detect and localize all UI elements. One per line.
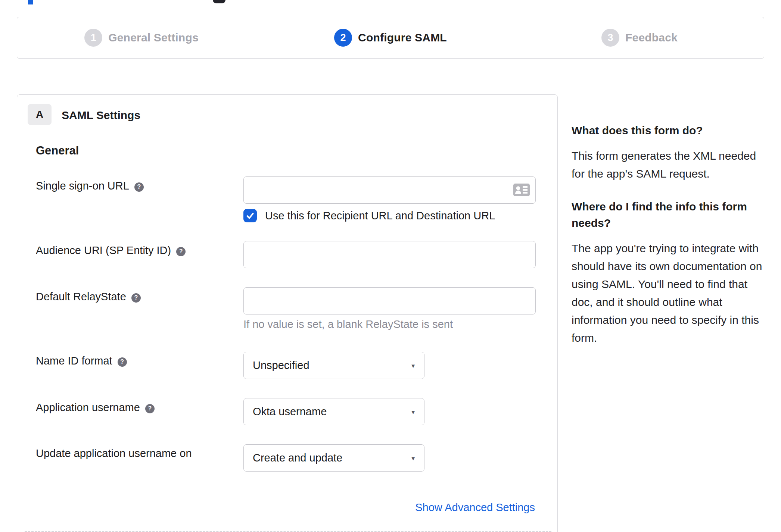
sso-url-input[interactable] (243, 176, 536, 204)
wizard-stepper: 1 General Settings 2 Configure SAML 3 Fe… (17, 17, 764, 59)
chevron-down-icon (410, 455, 416, 461)
sidebar-paragraph: This form generates the XML needed for t… (572, 147, 763, 183)
sidebar-paragraph: The app you're trying to integrate with … (572, 240, 763, 347)
section-a-badge: A (28, 104, 52, 125)
sso-url-field-wrap (243, 176, 536, 204)
name-id-format-label: Name ID format (36, 355, 127, 367)
audience-uri-input[interactable] (243, 241, 536, 268)
recipient-destination-row: Use this for Recipient URL and Destinati… (243, 209, 495, 222)
show-advanced-settings-link[interactable]: Show Advanced Settings (415, 501, 535, 514)
relay-state-label: Default RelayState (36, 291, 141, 303)
sso-url-label: Single sign-on URL (36, 180, 144, 192)
step-number-badge: 2 (334, 29, 352, 47)
help-sidebar: What does this form do? This form genera… (572, 122, 763, 363)
select-value: Create and update (253, 452, 342, 464)
select-value: Unspecified (253, 359, 309, 372)
sidebar-heading: Where do I find the info this form needs… (572, 198, 763, 231)
step-label: General Settings (108, 31, 199, 44)
cutoff-icon-fragment (213, 0, 225, 3)
cutoff-blue-fragment (28, 0, 33, 4)
relay-state-hint: If no value is set, a blank RelayState i… (243, 318, 453, 331)
chevron-down-icon (410, 362, 416, 369)
help-icon[interactable] (131, 293, 141, 303)
step-general-settings[interactable]: 1 General Settings (17, 17, 266, 58)
general-group-heading: General (36, 144, 79, 157)
app-username-select[interactable]: Okta username (243, 398, 424, 425)
relay-state-input[interactable] (243, 287, 536, 314)
section-title: SAML Settings (62, 109, 140, 122)
checkmark-icon (245, 211, 255, 220)
recipient-destination-checkbox[interactable] (243, 209, 257, 222)
step-number-badge: 3 (601, 29, 619, 47)
saml-settings-panel: A SAML Settings General Single sign-on U… (17, 94, 558, 532)
select-value: Okta username (253, 406, 327, 418)
app-username-label: Application username (36, 401, 155, 414)
checkbox-label: Use this for Recipient URL and Destinati… (265, 210, 495, 222)
name-id-format-select[interactable]: Unspecified (243, 352, 424, 379)
help-icon[interactable] (118, 357, 127, 367)
step-label: Configure SAML (358, 31, 447, 44)
help-icon[interactable] (176, 247, 186, 256)
audience-uri-label: Audience URI (SP Entity ID) (36, 244, 186, 257)
step-number-badge: 1 (84, 29, 102, 47)
step-label: Feedback (625, 31, 678, 44)
sidebar-heading: What does this form do? (572, 122, 763, 139)
update-username-select[interactable]: Create and update (243, 444, 424, 472)
step-configure-saml[interactable]: 2 Configure SAML (266, 17, 515, 58)
step-feedback[interactable]: 3 Feedback (515, 17, 764, 58)
contact-card-icon[interactable] (513, 184, 530, 196)
chevron-down-icon (410, 409, 416, 415)
help-icon[interactable] (145, 404, 155, 413)
help-icon[interactable] (134, 182, 144, 192)
update-username-label: Update application username on (36, 447, 192, 460)
